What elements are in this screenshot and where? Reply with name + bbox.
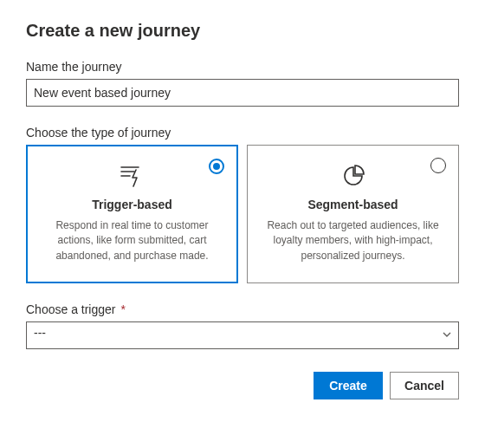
trigger-icon	[39, 161, 225, 191]
journey-name-input[interactable]	[26, 79, 459, 107]
dialog-title: Create a new journey	[26, 21, 459, 41]
trigger-label: Choose a trigger *	[26, 302, 459, 316]
type-label: Choose the type of journey	[26, 126, 459, 140]
trigger-label-text: Choose a trigger	[26, 302, 116, 316]
cancel-button[interactable]: Cancel	[390, 372, 459, 399]
name-section: Name the journey	[26, 60, 459, 107]
segment-based-card[interactable]: Segment-based Reach out to targeted audi…	[247, 145, 459, 283]
trigger-select-wrap: ---	[26, 321, 459, 349]
required-marker: *	[120, 302, 125, 316]
trigger-card-title: Trigger-based	[39, 198, 225, 211]
radio-unselected-icon	[430, 158, 446, 173]
segment-card-desc: Reach out to targeted audiences, like lo…	[260, 218, 446, 263]
trigger-section: Choose a trigger * ---	[26, 302, 459, 349]
trigger-select[interactable]: ---	[26, 321, 459, 349]
type-section: Choose the type of journey Trigger-based…	[26, 126, 459, 283]
dialog-footer: Create Cancel	[26, 372, 459, 399]
trigger-based-card[interactable]: Trigger-based Respond in real time to cu…	[26, 145, 238, 283]
radio-selected-icon	[209, 159, 224, 174]
journey-type-cards: Trigger-based Respond in real time to cu…	[26, 145, 459, 283]
segment-card-title: Segment-based	[260, 198, 446, 211]
name-label: Name the journey	[26, 60, 459, 74]
create-button[interactable]: Create	[314, 372, 383, 399]
segment-icon	[260, 161, 446, 191]
create-journey-dialog: Create a new journey Name the journey Ch…	[0, 0, 485, 417]
trigger-card-desc: Respond in real time to customer actions…	[39, 218, 225, 263]
